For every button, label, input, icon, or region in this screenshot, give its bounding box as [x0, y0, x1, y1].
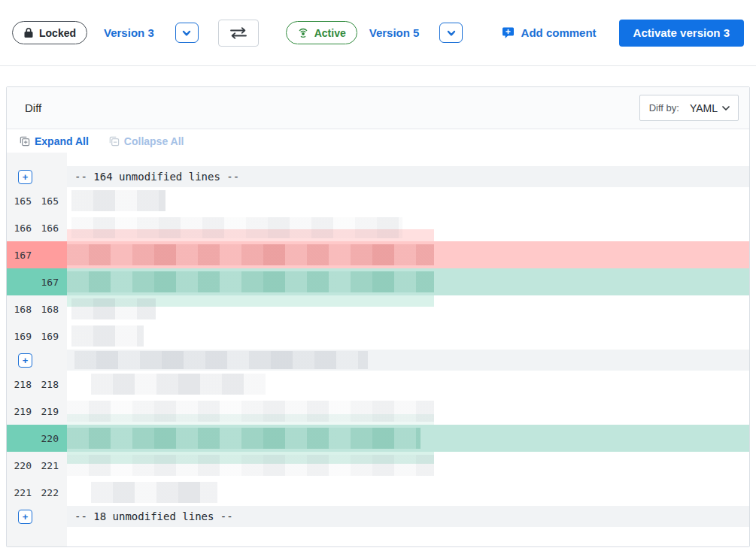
diff-by-value: YAML [690, 102, 718, 114]
redacted-content [67, 401, 434, 422]
diff-by-select[interactable]: YAML [690, 102, 730, 114]
diff-row: +-- 18 unmodified lines -- [7, 506, 749, 527]
diff-row: 218218 [7, 371, 749, 398]
broadcast-icon [297, 27, 309, 39]
chevron-down-icon [721, 104, 730, 112]
add-comment-label: Add comment [521, 26, 597, 39]
redacted-content [74, 351, 368, 369]
line-number-left: 219 [7, 406, 32, 417]
diff-gutter: 220221 [7, 452, 67, 479]
line-number-right: 167 [34, 277, 59, 288]
locked-badge-label: Locked [39, 27, 76, 39]
diff-gutter: 169169 [7, 322, 67, 350]
diff-row: + [7, 350, 749, 371]
expand-section-button[interactable]: + [18, 170, 32, 184]
diff-row: +-- 164 unmodified lines -- [7, 166, 749, 187]
redacted-content [67, 455, 434, 476]
diff-row: 167 [7, 268, 749, 295]
diff-gutter: 219219 [7, 398, 67, 425]
diff-gutter: 166166 [7, 214, 67, 241]
line-number-left: 218 [7, 379, 32, 390]
redacted-content [67, 271, 434, 292]
line-number-right: 166 [34, 222, 59, 234]
line-number-right: 165 [34, 195, 59, 207]
redacted-content [71, 298, 156, 319]
diff-row: 221222 [7, 479, 749, 506]
activate-version-button[interactable]: Activate version 3 [619, 20, 744, 47]
diff-line-content: -- 164 unmodified lines -- [67, 166, 749, 187]
comment-plus-icon [502, 26, 515, 39]
diff-gutter: + [7, 166, 67, 187]
right-version-dropdown-button[interactable] [439, 23, 463, 43]
chevron-down-icon [181, 29, 192, 38]
diff-row: 220 [7, 425, 749, 452]
diff-row: 166166 [7, 214, 749, 241]
line-number-left: 168 [7, 304, 32, 315]
lock-icon [23, 27, 34, 38]
diff-actions-row: Expand All Collapse All [7, 129, 749, 153]
redacted-content [71, 217, 402, 238]
add-comment-link[interactable]: Add comment [502, 26, 597, 39]
diff-line-content: -- 18 unmodified lines -- [67, 506, 749, 527]
diff-gutter: 218218 [7, 371, 67, 398]
expand-all-icon [19, 135, 30, 147]
line-number-right: 168 [34, 304, 59, 315]
expand-all-label: Expand All [35, 135, 89, 147]
diff-gutter: + [7, 350, 67, 371]
diff-line-content [67, 398, 749, 425]
diff-gutter: 168168 [7, 295, 67, 322]
diff-line-content [67, 153, 749, 166]
diff-line-content [67, 214, 749, 241]
left-version-dropdown-button[interactable] [175, 23, 199, 43]
diff-row [7, 527, 749, 546]
diff-row: 168168 [7, 295, 749, 322]
redacted-content [71, 190, 165, 211]
diff-row: 165165 [7, 187, 749, 214]
line-number-left: 221 [7, 487, 32, 498]
right-version-link[interactable]: Version 5 [369, 26, 420, 39]
diff-row: 167 [7, 241, 749, 268]
active-badge-label: Active [314, 27, 346, 39]
expand-all-button[interactable]: Expand All [19, 135, 89, 147]
diff-rows: +-- 164 unmodified lines --1651651661661… [7, 153, 749, 546]
diff-panel: Diff Diff by: YAML Expand All [6, 86, 750, 547]
diff-line-content [67, 322, 749, 350]
chevron-down-icon [446, 29, 457, 38]
diff-line-content [67, 350, 749, 371]
line-number-right: 221 [34, 460, 59, 471]
diff-gutter: 220 [7, 425, 67, 452]
line-number-right: 218 [34, 379, 59, 390]
expand-section-button[interactable]: + [18, 353, 32, 368]
line-number-right: 219 [34, 406, 59, 417]
line-number-right: 169 [34, 331, 59, 342]
unmodified-lines-label: -- 18 unmodified lines -- [74, 510, 233, 522]
diff-line-content [67, 452, 749, 479]
line-number-left: 165 [7, 195, 32, 207]
diff-line-content [67, 527, 749, 546]
redacted-content [67, 244, 434, 265]
panel-title: Diff [25, 101, 41, 114]
diff-gutter [7, 153, 67, 166]
expand-section-button[interactable]: + [18, 510, 32, 524]
line-number-left: 220 [7, 460, 32, 471]
diff-line-content [67, 425, 749, 452]
diff-line-content [67, 187, 749, 214]
diff-line-content [67, 371, 749, 398]
diff-row [7, 153, 749, 166]
diff-line-content [67, 479, 749, 506]
diff-row: 220221 [7, 452, 749, 479]
line-number-right: 222 [34, 487, 59, 498]
redacted-content [71, 325, 144, 347]
swap-versions-button[interactable] [218, 20, 259, 47]
line-number-left: 169 [7, 331, 32, 342]
diff-panel-header: Diff Diff by: YAML [7, 87, 749, 129]
collapse-all-button[interactable]: Collapse All [108, 135, 184, 147]
line-number-left: 167 [7, 250, 32, 261]
redacted-content [67, 428, 421, 449]
diff-line-content [67, 295, 749, 322]
redacted-content [91, 374, 266, 395]
left-version-link[interactable]: Version 3 [104, 26, 154, 39]
unmodified-lines-label: -- 164 unmodified lines -- [74, 171, 239, 183]
collapse-all-label: Collapse All [124, 135, 184, 147]
swap-arrows-icon [228, 26, 249, 40]
